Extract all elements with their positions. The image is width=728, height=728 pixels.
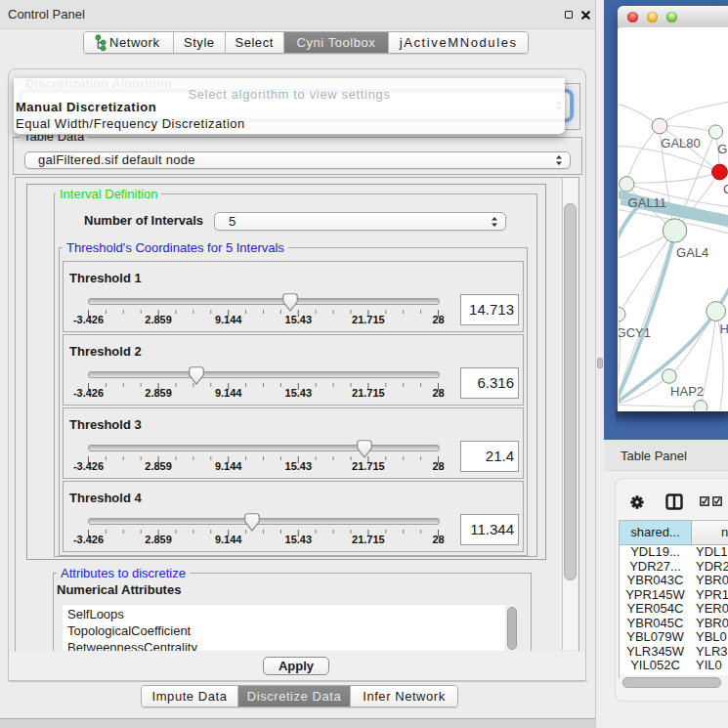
svg-text:GAL11: GAL11 xyxy=(628,195,667,210)
svg-text:GAL4: GAL4 xyxy=(676,245,708,260)
svg-text:C: C xyxy=(723,182,728,196)
svg-text:GCY1: GCY1 xyxy=(619,325,651,340)
svg-text:GAL80: GAL80 xyxy=(661,136,700,150)
svg-text:H: H xyxy=(720,321,728,336)
svg-text:G: G xyxy=(717,142,727,156)
svg-text:HAP2: HAP2 xyxy=(670,384,704,399)
